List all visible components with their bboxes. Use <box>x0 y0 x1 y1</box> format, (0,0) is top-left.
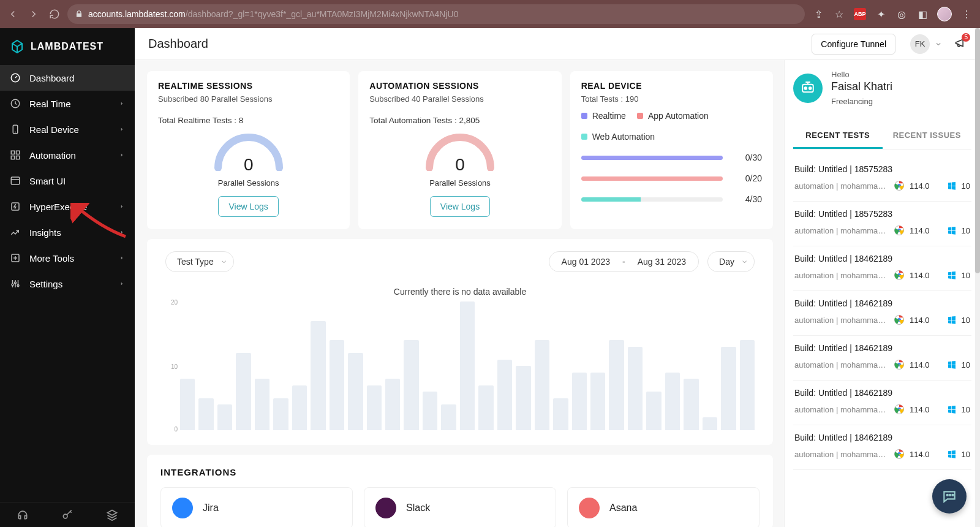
profile-hello: Hello <box>831 70 892 79</box>
svg-point-15 <box>804 87 807 89</box>
realtime-gauge <box>212 131 285 171</box>
panel-icon[interactable]: ◧ <box>916 8 929 20</box>
sidebar-item-real-device[interactable]: Real Device <box>0 116 135 142</box>
share-icon[interactable]: ⇪ <box>812 8 824 20</box>
realtime-card: REALTIME SESSIONS Subscribed 80 Parallel… <box>147 71 350 229</box>
sidebar-item-settings[interactable]: Settings <box>0 271 135 297</box>
recent-test-item[interactable]: Build: Untitled | 18462189automation | m… <box>793 246 971 291</box>
chart-bar <box>553 398 568 431</box>
star-icon[interactable]: ☆ <box>833 8 845 20</box>
kebab-icon[interactable]: ⋮ <box>960 8 973 20</box>
legend-item: App Automation <box>637 111 709 121</box>
main: Dashboard Configure Tunnel FK 5 REALTIME… <box>135 28 980 527</box>
recent-test-item[interactable]: Build: Untitled | 18462189automation | m… <box>793 336 971 381</box>
browser-avatar[interactable] <box>937 7 952 21</box>
date-range-picker[interactable]: Aug 01 2023 - Aug 31 2023 <box>549 251 699 272</box>
integration-slack[interactable]: Slack <box>364 487 556 527</box>
configure-tunnel-button[interactable]: Configure Tunnel <box>812 34 895 55</box>
ytick: 10 <box>171 363 178 370</box>
chart-bar <box>572 373 587 431</box>
integration-jira[interactable]: Jira <box>160 487 353 527</box>
chrome-icon <box>894 404 905 415</box>
granularity-dropdown[interactable]: Day <box>707 251 755 272</box>
chart-bar <box>404 340 418 430</box>
chart-bar <box>441 404 456 430</box>
extensions-icon[interactable]: ✦ <box>875 8 887 20</box>
url-text: accounts.lambdatest.com/dashboard?_gl=1*… <box>88 9 458 19</box>
sidebar-item-more-tools[interactable]: More Tools <box>0 245 135 271</box>
sidebar-item-smart-ui[interactable]: Smart UI <box>0 168 135 194</box>
recent-test-item[interactable]: Build: Untitled | 18462189automation | m… <box>793 381 971 425</box>
bar-fill <box>581 156 723 160</box>
trend-icon <box>10 227 21 238</box>
recent-test-item[interactable]: Build: Untitled | 18462189automation | m… <box>793 291 971 336</box>
sidebar-item-label: Smart UI <box>29 176 66 186</box>
bar-chart: 20 10 0 <box>165 301 755 430</box>
legend-item: Web Automation <box>581 132 655 142</box>
forward-icon[interactable] <box>28 9 39 20</box>
scrollbar-thumb[interactable] <box>975 28 980 273</box>
chart-bar <box>721 347 736 431</box>
chart-bar <box>460 301 475 430</box>
chart-bar <box>273 398 288 431</box>
sidebar-item-label: More Tools <box>29 253 74 264</box>
realtime-view-logs-button[interactable]: View Logs <box>218 196 278 217</box>
automation-view-logs-button[interactable]: View Logs <box>430 196 490 217</box>
svg-point-12 <box>17 285 19 287</box>
automation-gauge-label: Parallel Sessions <box>429 178 491 188</box>
chart-nodata-message: Currently there is no data available <box>165 287 755 297</box>
bar-fill <box>581 176 723 181</box>
sidebar-footer <box>0 502 135 527</box>
windows-icon <box>947 404 957 414</box>
reload-icon[interactable] <box>49 9 60 20</box>
key-icon[interactable] <box>61 509 74 521</box>
test-type-dropdown[interactable]: Test Type <box>165 251 234 272</box>
chart-bar <box>236 353 251 430</box>
layers-icon[interactable] <box>106 509 118 521</box>
integration-asana[interactable]: Asana <box>567 487 760 527</box>
recent-test-item[interactable]: Build: Untitled | 18575283automation | m… <box>793 202 971 246</box>
device-bar-row: 4/30 <box>581 194 762 204</box>
sidebar-item-automation[interactable]: Automation <box>0 142 135 168</box>
chevron-right-icon <box>119 126 125 132</box>
chevron-right-icon <box>119 281 125 287</box>
device-bar-row: 0/30 <box>581 153 762 162</box>
chart-bar <box>180 379 195 430</box>
brand-text: LAMBDATEST <box>31 41 104 52</box>
scrollbar[interactable] <box>975 28 980 527</box>
sidebar-item-label: Dashboard <box>29 73 74 83</box>
tab-recent-tests[interactable]: RECENT TESTS <box>793 124 883 149</box>
notifications-button[interactable]: 5 <box>954 37 967 51</box>
sidebar-item-hyperexecute[interactable]: HyperExecute <box>0 194 135 219</box>
realtime-totals: Total Realtime Tests : 8 <box>158 116 339 125</box>
tab-recent-issues[interactable]: RECENT ISSUES <box>883 124 972 149</box>
chat-fab-button[interactable] <box>932 479 967 514</box>
bar-value: 4/30 <box>734 194 762 204</box>
url-bar[interactable]: accounts.lambdatest.com/dashboard?_gl=1*… <box>67 4 805 24</box>
chrome-icon <box>894 359 905 370</box>
brand[interactable]: LAMBDATEST <box>0 28 135 65</box>
chrome-icon <box>894 180 905 191</box>
window-icon <box>10 175 21 186</box>
user-menu[interactable]: FK <box>904 34 942 54</box>
date-dash: - <box>622 257 625 267</box>
back-icon[interactable] <box>7 9 18 20</box>
real-device-card: REAL DEVICE Total Tests : 190 RealtimeAp… <box>570 71 773 229</box>
recent-test-item[interactable]: Build: Untitled | 18575283automation | m… <box>793 157 971 202</box>
leaf-icon[interactable]: ◎ <box>895 8 908 20</box>
integration-logo-icon <box>579 498 600 518</box>
abp-icon[interactable]: ABP <box>854 8 866 20</box>
browser-version: 114.0 <box>910 316 930 325</box>
chevron-right-icon <box>119 203 125 210</box>
chart-bar <box>292 385 307 431</box>
headset-icon[interactable] <box>17 509 29 521</box>
sidebar-item-real-time[interactable]: Real Time <box>0 91 135 116</box>
os-version: 10 <box>962 316 970 325</box>
sidebar-item-dashboard[interactable]: Dashboard <box>0 65 135 91</box>
integration-logo-icon <box>375 498 396 518</box>
sidebar-item-insights[interactable]: Insights <box>0 219 135 245</box>
lightning-icon <box>10 201 21 212</box>
os-version: 10 <box>962 271 970 280</box>
recent-test-item[interactable]: Build: Untitled | 18462189automation | m… <box>793 425 971 470</box>
device-bar-row: 0/20 <box>581 173 762 183</box>
